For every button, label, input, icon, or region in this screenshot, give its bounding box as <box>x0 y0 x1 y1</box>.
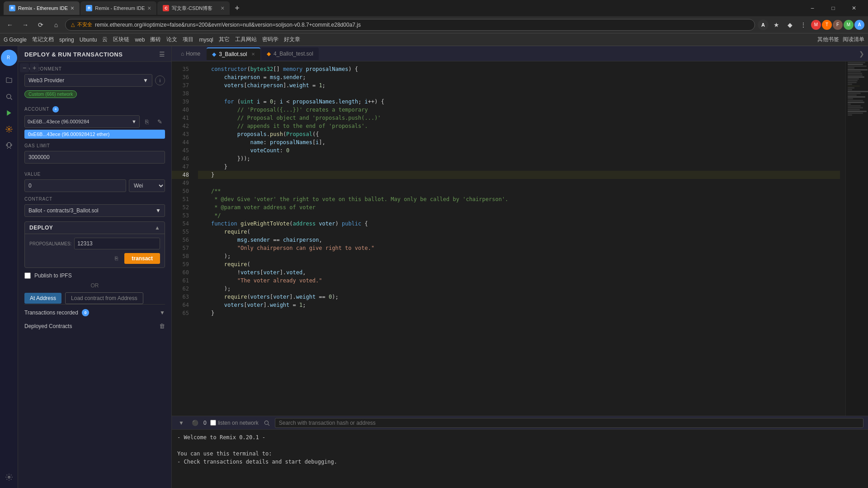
bookmark-notes[interactable]: 笔记文档 <box>32 36 54 43</box>
terminal-stop-icon[interactable]: ⚫ <box>190 418 200 428</box>
code-line-59: require( <box>198 260 840 268</box>
address-bar-row: ← → ⟳ ⌂ △ 不安全 remix.ethereum.org/#optimi… <box>0 16 868 33</box>
minimize-button[interactable]: – <box>802 0 823 16</box>
publish-ipfs-label: Publish to IPFS <box>34 272 72 279</box>
sidebar-icon-remix[interactable]: R <box>1 50 17 66</box>
menu-icon[interactable]: ⋮ <box>797 19 809 31</box>
tab-close-2[interactable]: × <box>147 5 151 12</box>
account-copy-icon[interactable]: ⎘ <box>142 116 152 127</box>
back-button[interactable]: ← <box>4 19 16 31</box>
account-select[interactable]: 0xE6B...43ece (96.0009284 ▼ <box>24 115 140 128</box>
bookmark-web[interactable]: web <box>135 37 145 43</box>
user-icon[interactable]: A <box>854 20 864 30</box>
tab-label-1: Remix - Ethereum IDE <box>18 5 68 11</box>
terminal-count: 0 <box>203 420 207 426</box>
new-tab-button[interactable]: + <box>231 2 243 14</box>
star-icon[interactable]: ★ <box>770 19 782 31</box>
deploy-header[interactable]: DEPLOY ▲ <box>25 222 165 234</box>
address-bar[interactable]: △ 不安全 remix.ethereum.org/#optimize=false… <box>65 19 755 31</box>
account-edit-icon[interactable]: ✎ <box>154 116 165 127</box>
bookmark-project[interactable]: 项目 <box>183 36 193 43</box>
environment-select[interactable]: Web3 Provider ▼ <box>24 74 152 87</box>
account-dropdown[interactable]: 0xE6B...43ece (96.000928412 ether) <box>24 130 165 139</box>
bookmark-spring[interactable]: spring <box>59 37 74 43</box>
deploy-section: DEPLOY ▲ PROPOSALNAMES: ⎘ transact <box>24 221 165 268</box>
sidebar-icon-plugin[interactable] <box>2 122 16 136</box>
proposal-row: PROPOSALNAMES: <box>29 238 160 249</box>
terminal-line-3: You can use this terminal to: <box>177 450 863 458</box>
account-add-icon[interactable]: + <box>52 106 59 113</box>
browser-tab-3[interactable]: C 写文章-CSDN博客 × <box>157 1 230 15</box>
main-area: R Deploy & Run Transactions ☰ ENVIRONMEN… <box>0 46 868 488</box>
browser-tab-1[interactable]: R Remix - Ethereum IDE × <box>4 1 80 15</box>
bookmark-cloud[interactable]: 云 <box>102 36 108 43</box>
ext-icon-1[interactable]: M <box>811 20 821 30</box>
listen-checkbox-input[interactable] <box>210 420 216 426</box>
bookmark-google[interactable]: GGoogle <box>4 37 27 43</box>
code-line-38 <box>198 89 840 98</box>
code-line-37: voters[chairperson].weight = 1; <box>198 81 840 89</box>
tab-home[interactable]: ⌂ Home <box>175 47 206 60</box>
network-badge: Custom (666) network <box>24 90 77 98</box>
sidebar-icon-settings[interactable] <box>2 470 16 484</box>
tab-close-3[interactable]: × <box>221 5 224 12</box>
terminal-search-icon[interactable] <box>262 418 271 427</box>
trash-icon[interactable]: 🗑 <box>159 323 165 329</box>
terminal-clear-icon[interactable]: ▼ <box>176 418 186 428</box>
close-button[interactable]: ✕ <box>844 0 864 16</box>
svg-line-3 <box>10 98 12 99</box>
account-row: 0xE6B...43ece (96.0009284 ▼ ⎘ ✎ <box>24 115 165 128</box>
reload-button[interactable]: ⟳ <box>34 19 47 31</box>
terminal-search-input[interactable] <box>275 418 863 428</box>
value-input[interactable] <box>24 179 126 192</box>
home-button[interactable]: ⌂ <box>50 19 62 31</box>
bookmark-mysql[interactable]: mysql <box>199 37 213 43</box>
forward-button[interactable]: → <box>19 19 32 31</box>
ext-icon-2[interactable]: T <box>822 20 832 30</box>
maximize-button[interactable]: □ <box>823 0 844 16</box>
unit-select[interactable]: Wei Gwei Ether <box>129 179 165 192</box>
code-line-63: require(voters[voter].weight == 0); <box>198 293 840 301</box>
line-numbers: 3536373839 4041424344 4546474849 5051525… <box>172 61 193 416</box>
extensions-icon[interactable]: ◆ <box>784 19 796 31</box>
transactions-row[interactable]: Transactions recorded 0 ▼ <box>24 304 165 319</box>
proposal-input[interactable] <box>74 238 160 249</box>
publish-ipfs-checkbox[interactable] <box>24 272 31 279</box>
code-line-62: ); <box>198 285 840 293</box>
gas-limit-input[interactable] <box>24 151 165 164</box>
bookmark-reading-list[interactable]: 阅读清单 <box>843 36 864 43</box>
editor-tabs-expand[interactable]: ❯ <box>859 50 864 57</box>
load-contract-button[interactable]: Load contract from Address <box>65 292 143 304</box>
profile-icon[interactable]: A <box>758 19 769 30</box>
tab-3-ballot[interactable]: ◆ 3_Ballot.sol × <box>207 47 260 60</box>
sidebar-icon-deploy[interactable] <box>2 106 16 120</box>
bookmark-ubuntu[interactable]: Ubuntu <box>80 37 97 43</box>
browser-tab-2[interactable]: R Remix - Ethereum IDE × <box>80 1 156 15</box>
sidebar-icon-debug[interactable] <box>2 138 16 153</box>
ext-icon-4[interactable]: M <box>844 20 854 30</box>
tab-close-1[interactable]: × <box>71 5 74 12</box>
environment-info[interactable]: i <box>155 75 165 85</box>
bookmark-other-bookmarks[interactable]: 其他书签 <box>817 36 839 43</box>
tab-close-ballot[interactable]: × <box>251 51 255 57</box>
tab-4-ballot-test[interactable]: ◆ 4_Ballot_test.sol <box>261 47 319 60</box>
bookmark-crypto[interactable]: 密码学 <box>262 36 278 43</box>
transact-button[interactable]: transact <box>124 253 160 264</box>
sidebar-icon-search[interactable] <box>2 89 16 104</box>
sidebar-icon-files[interactable] <box>2 73 16 88</box>
transactions-expand-icon: ▼ <box>160 310 165 316</box>
copy-icon[interactable]: ⎘ <box>111 253 122 264</box>
bookmark-other[interactable]: 其它 <box>219 36 230 43</box>
code-line-50: /** <box>198 187 840 195</box>
bookmark-bricklaying[interactable]: 搬砖 <box>150 36 161 43</box>
proposal-label: PROPOSALNAMES: <box>29 241 71 246</box>
at-address-button[interactable]: At Address <box>24 293 61 304</box>
contract-select[interactable]: Ballot - contracts/3_Ballot.sol ▼ <box>24 204 165 217</box>
bookmark-articles[interactable]: 好文章 <box>284 36 300 43</box>
code-content[interactable]: constructor(bytes32[] memory proposalNam… <box>193 61 845 416</box>
panel-menu-icon[interactable]: ☰ <box>159 51 165 58</box>
bookmark-paper[interactable]: 论文 <box>166 36 177 43</box>
ext-icon-3[interactable]: F <box>833 20 843 30</box>
bookmark-blockchain[interactable]: 区块链 <box>113 36 129 43</box>
bookmark-tools[interactable]: 工具网站 <box>235 36 257 43</box>
